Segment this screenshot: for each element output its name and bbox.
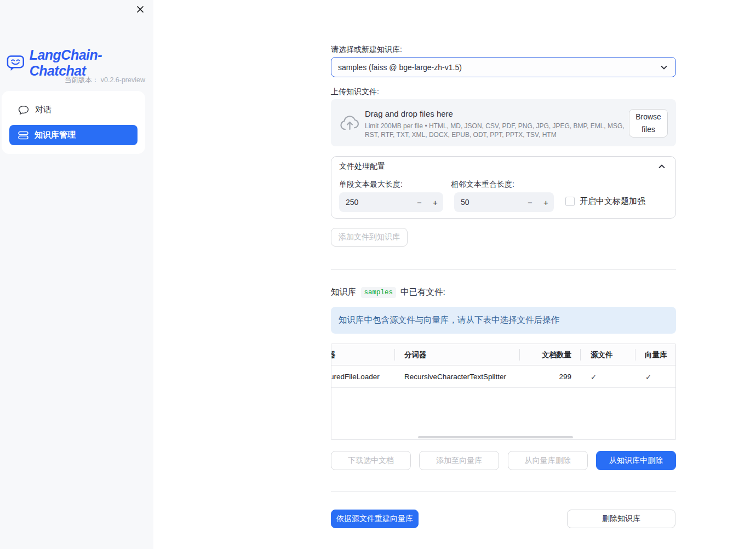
increment-button[interactable]: + (427, 198, 443, 207)
header-vector-store: 向量库 (645, 350, 667, 360)
chunk-overlap-label: 相邻文本重合长度: (451, 180, 514, 190)
dropzone-title: Drag and drop files here (365, 109, 453, 118)
chat-bubble-icon (18, 105, 29, 115)
version-line: 当前版本： v0.2.6-preview (65, 76, 145, 85)
download-selected-button[interactable]: 下载选中文档 (331, 451, 411, 470)
kb-files-table: 器 分词器 文档数量 源文件 向量库 uredFileLoader Recurs… (331, 344, 676, 440)
expander-header[interactable]: 文件处理配置 (331, 157, 675, 176)
chunk-size-input[interactable]: 250 − + (339, 192, 443, 212)
sidebar-item-label: 对话 (35, 105, 51, 115)
decrement-button[interactable]: − (411, 198, 427, 207)
kb-files-heading: 知识库 samples 中已有文件: (331, 287, 445, 298)
cell-splitter: RecursiveCharacterTextSplitter (404, 373, 506, 381)
file-config-expander: 文件处理配置 单段文本最大长度: 相邻文本重合长度: 250 − + 50 − … (331, 156, 676, 219)
cell-loader-clipped: uredFileLoader (331, 373, 380, 381)
zh-title-enhance-checkbox[interactable]: 开启中文标题加强 (565, 196, 645, 207)
sidebar-item-knowledge-base[interactable]: 知识库管理 (9, 125, 138, 145)
chunk-overlap-input[interactable]: 50 − + (454, 192, 554, 212)
info-banner: 知识库中包含源文件与向量库，请从下表中选择文件后操作 (331, 307, 676, 334)
version-value: v0.2.6-preview (101, 76, 145, 84)
chatchat-logo-icon (7, 54, 25, 72)
cell-doc-count: 299 (519, 373, 571, 381)
expander-title: 文件处理配置 (339, 162, 657, 171)
sidebar-item-dialogue[interactable]: 对话 (9, 100, 138, 120)
kb-files-suffix: 中已有文件: (400, 287, 445, 298)
version-label: 当前版本： (65, 76, 99, 84)
chunk-size-value: 250 (339, 198, 411, 207)
cell-source-check: ✓ (591, 373, 597, 381)
increment-button[interactable]: + (538, 198, 554, 207)
chevron-down-icon (659, 62, 669, 72)
kb-files-prefix: 知识库 (331, 287, 357, 298)
divider (331, 269, 676, 270)
chevron-up-icon (657, 162, 667, 171)
upload-label: 上传知识文件: (331, 87, 379, 97)
file-dropzone[interactable]: Drag and drop files here Limit 200MB per… (331, 99, 676, 146)
kb-selectbox-value: samples (faiss @ bge-large-zh-v1.5) (338, 63, 659, 72)
header-splitter: 分词器 (404, 350, 427, 360)
column-separator (635, 349, 635, 361)
sidebar-close-button[interactable] (134, 3, 147, 16)
delete-from-vector-store-button[interactable]: 从向量库删除 (508, 451, 588, 470)
kb-select-label: 请选择或新建知识库: (331, 45, 402, 55)
dropzone-hint: Limit 200MB per file • HTML, MD, JSON, C… (365, 122, 628, 139)
logo-title: LangChain-Chatchat (30, 47, 153, 79)
clipped-loader-header: 器 (331, 350, 336, 360)
header-doc-count: 文档数量 (519, 350, 571, 360)
kb-name-code: samples (361, 287, 397, 298)
sidebar-item-label: 知识库管理 (35, 130, 76, 140)
table-action-buttons: 下载选中文档 添加至向量库 从向量库删除 从知识库中删除 (331, 451, 676, 470)
divider (331, 491, 676, 492)
app-screen: LangChain-Chatchat 当前版本： v0.2.6-preview … (0, 0, 756, 549)
rebuild-vector-store-button[interactable]: 依据源文件重建向量库 (331, 510, 419, 528)
checkbox-label: 开启中文标题加强 (580, 196, 645, 207)
cell-vector-check: ✓ (645, 373, 651, 381)
chunk-size-label: 单段文本最大长度: (339, 180, 403, 190)
table-horizontal-scrollbar[interactable] (418, 436, 573, 438)
cloud-upload-icon (340, 115, 360, 130)
sidebar-nav-card: 对话 知识库管理 (2, 91, 145, 154)
add-to-vector-store-button[interactable]: 添加至向量库 (419, 451, 499, 470)
stacked-list-icon (18, 130, 28, 140)
add-files-to-kb-button[interactable]: 添加文件到知识库 (331, 228, 408, 247)
delete-kb-button[interactable]: 删除知识库 (567, 510, 675, 528)
delete-from-kb-button[interactable]: 从知识库中删除 (596, 451, 676, 470)
table-header-row: 器 分词器 文档数量 源文件 向量库 (331, 344, 675, 365)
close-icon (136, 5, 144, 13)
kb-selectbox[interactable]: samples (faiss @ bge-large-zh-v1.5) (331, 57, 676, 77)
decrement-button[interactable]: − (522, 198, 538, 207)
chunk-overlap-value: 50 (454, 198, 522, 207)
browse-files-button[interactable]: Browse files (629, 109, 668, 138)
sidebar: LangChain-Chatchat 当前版本： v0.2.6-preview … (0, 0, 153, 549)
column-separator (394, 349, 395, 361)
checkbox-box (565, 197, 575, 206)
column-separator (580, 349, 581, 361)
table-row[interactable]: uredFileLoader RecursiveCharacterTextSpl… (331, 365, 675, 388)
header-source-file: 源文件 (591, 350, 613, 360)
app-logo: LangChain-Chatchat (7, 47, 153, 79)
